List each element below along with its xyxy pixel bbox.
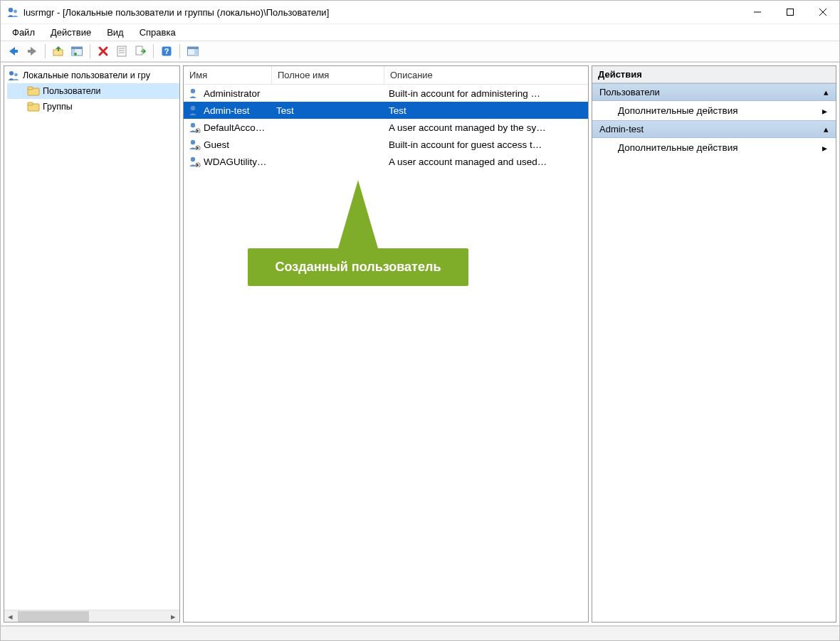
user-name: Administrator	[204, 88, 261, 99]
up-one-level-button[interactable]	[50, 43, 67, 60]
column-name[interactable]: Имя	[184, 66, 272, 84]
svg-point-32	[191, 123, 195, 127]
actions-pane-title: Действия	[592, 66, 836, 83]
tree-groups-label: Группы	[43, 102, 73, 112]
menu-help[interactable]: Справка	[132, 26, 183, 39]
actions-item-label: Дополнительные действия	[618, 142, 738, 153]
svg-point-34	[191, 140, 195, 144]
svg-rect-22	[188, 47, 199, 49]
window-controls	[741, 1, 839, 23]
user-description: Test	[384, 105, 588, 116]
user-description: Built-in account for administering …	[384, 88, 588, 99]
actions-item[interactable]: Дополнительные действия ▸	[592, 138, 836, 157]
tree-item-users[interactable]: Пользователи	[7, 83, 179, 99]
properties-button[interactable]	[113, 43, 130, 60]
svg-point-1	[14, 10, 17, 14]
user-row[interactable]: Administrator Built-in account for admin…	[184, 85, 588, 102]
svg-point-0	[9, 8, 13, 12]
user-row[interactable]: Guest Built-in account for guest access …	[184, 136, 588, 153]
tree-item-groups[interactable]: Группы	[7, 99, 179, 115]
nav-back-button[interactable]	[5, 43, 22, 60]
svg-point-24	[9, 71, 14, 75]
svg-rect-14	[117, 46, 126, 56]
title-bar: lusrmgr - [Локальные пользователи и груп…	[1, 1, 839, 23]
tree-horizontal-scrollbar[interactable]: ◂ ▸	[4, 610, 179, 622]
user-name: Guest	[204, 139, 229, 150]
svg-point-13	[74, 53, 77, 55]
svg-rect-23	[194, 49, 199, 55]
svg-point-25	[14, 73, 18, 77]
nav-forward-button[interactable]	[23, 43, 41, 60]
maximize-button[interactable]	[774, 1, 807, 23]
user-fullname: Test	[272, 105, 384, 116]
submenu-icon: ▸	[822, 142, 827, 154]
user-row[interactable]: WDAGUtility… A user account managed and …	[184, 153, 588, 170]
svg-point-36	[191, 157, 195, 161]
folder-icon	[27, 85, 40, 97]
user-row[interactable]: Admin-test Test Test	[184, 102, 588, 119]
user-description: A user account managed by the sy…	[384, 122, 588, 133]
svg-point-31	[191, 106, 195, 110]
actions-item-label: Дополнительные действия	[618, 105, 738, 116]
column-headers: Имя Полное имя Описание	[184, 66, 588, 85]
show-hide-tree-button[interactable]	[68, 43, 85, 60]
minimize-button[interactable]	[741, 1, 774, 23]
toolbar-separator	[179, 44, 180, 58]
user-icon	[188, 88, 201, 99]
export-list-button[interactable]	[132, 43, 149, 60]
collapse-icon: ▴	[824, 87, 829, 97]
actions-body: Пользователи ▴Дополнительные действия ▸A…	[592, 83, 836, 157]
delete-button[interactable]	[95, 43, 112, 60]
actions-group-header[interactable]: Admin-test ▴	[592, 120, 836, 138]
list-pane: Имя Полное имя Описание Administrator Bu…	[183, 65, 589, 623]
user-icon	[188, 105, 201, 116]
column-description[interactable]: Описание	[384, 66, 588, 84]
user-rows: Administrator Built-in account for admin…	[184, 85, 588, 622]
tree-users-label: Пользователи	[43, 86, 101, 96]
user-icon	[188, 139, 201, 150]
actions-group-label: Admin-test	[599, 124, 644, 134]
user-name: DefaultAcco…	[204, 122, 265, 133]
main-content: Локальные пользователи и гру Пользовател…	[1, 62, 839, 626]
svg-text:?: ?	[164, 47, 169, 55]
actions-pane: Действия Пользователи ▴Дополнительные де…	[592, 65, 836, 623]
collapse-icon: ▴	[824, 124, 829, 134]
status-bar	[1, 626, 839, 640]
toolbar-separator	[153, 44, 154, 58]
user-description: A user account managed and used…	[384, 157, 588, 167]
svg-rect-7	[28, 50, 31, 53]
user-name: WDAGUtility…	[204, 157, 267, 167]
user-name: Admin-test	[204, 105, 250, 116]
tree-root-label: Локальные пользователи и гру	[23, 70, 150, 80]
users-groups-icon	[7, 70, 20, 81]
svg-rect-18	[136, 46, 142, 55]
user-icon	[188, 122, 201, 133]
actions-group-header[interactable]: Пользователи ▴	[592, 83, 836, 101]
menu-view[interactable]: Вид	[100, 26, 131, 39]
toolbar-separator	[90, 44, 90, 58]
help-button[interactable]: ?	[158, 43, 175, 60]
tree-root[interactable]: Локальные пользователи и гру	[7, 68, 179, 83]
svg-rect-29	[28, 102, 33, 105]
menu-bar: Файл Действие Вид Справка	[1, 23, 839, 41]
close-button[interactable]	[807, 1, 839, 23]
user-row[interactable]: DefaultAcco… A user account managed by t…	[184, 119, 588, 136]
menu-file[interactable]: Файл	[5, 26, 42, 39]
submenu-icon: ▸	[822, 105, 827, 117]
scroll-left-icon[interactable]: ◂	[4, 610, 16, 623]
svg-point-30	[191, 89, 195, 93]
scroll-right-icon[interactable]: ▸	[167, 610, 179, 623]
toolbar-separator	[45, 44, 46, 58]
tree-pane: Локальные пользователи и гру Пользовател…	[4, 65, 180, 623]
svg-rect-27	[28, 87, 33, 90]
svg-rect-11	[72, 47, 83, 49]
toolbar: ?	[1, 41, 839, 62]
column-fullname[interactable]: Полное имя	[272, 66, 384, 84]
menu-action[interactable]: Действие	[43, 26, 98, 39]
user-icon	[188, 156, 201, 167]
svg-rect-9	[58, 48, 59, 51]
user-description: Built-in account for guest access t…	[384, 139, 588, 150]
scroll-thumb[interactable]	[18, 611, 89, 622]
show-hide-action-pane-button[interactable]	[184, 43, 201, 60]
actions-item[interactable]: Дополнительные действия ▸	[592, 101, 836, 120]
